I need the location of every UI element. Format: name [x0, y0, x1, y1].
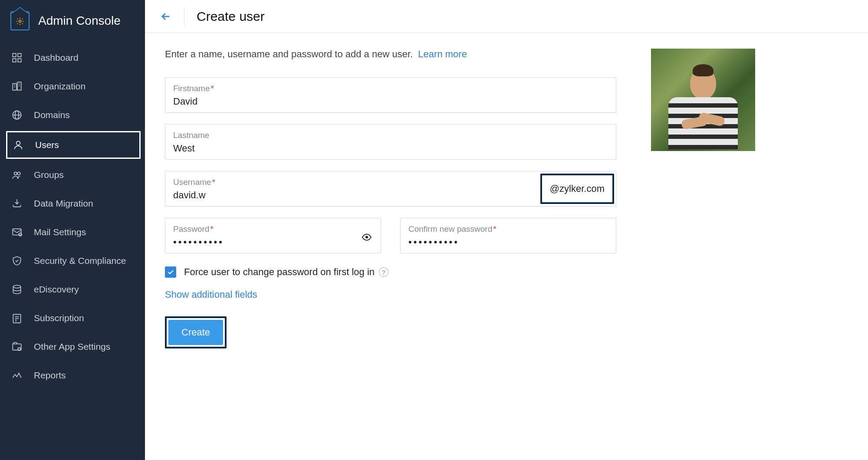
username-label: Username* [173, 177, 533, 187]
dashboard-icon [10, 51, 23, 64]
user-avatar[interactable] [651, 49, 755, 151]
create-button-highlight: Create [165, 316, 227, 348]
data-migration-icon [10, 197, 23, 210]
sidebar-item-label: Organization [34, 81, 85, 92]
sidebar-item-other-app-settings[interactable]: Other App Settings [0, 332, 145, 361]
sidebar-item-label: Domains [34, 110, 70, 120]
svg-rect-1 [13, 53, 16, 57]
show-additional-fields-link[interactable]: Show additional fields [165, 289, 257, 300]
sidebar-item-data-migration[interactable]: Data Migration [0, 189, 145, 218]
svg-rect-2 [18, 53, 21, 57]
svg-point-14 [16, 141, 20, 145]
confirm-password-label: Confirm new password* [408, 224, 608, 234]
lastname-field[interactable]: Lastname [165, 124, 616, 160]
topbar-divider [184, 7, 184, 26]
sidebar-item-label: Mail Settings [34, 227, 86, 237]
lastname-input[interactable] [173, 143, 608, 154]
sidebar-item-label: Dashboard [34, 53, 79, 63]
learn-more-link[interactable]: Learn more [418, 49, 467, 59]
page-title: Create user [197, 9, 265, 24]
ediscovery-icon [10, 283, 23, 296]
sidebar-item-organization[interactable]: Organization [0, 72, 145, 101]
topbar: Create user [145, 0, 868, 33]
lastname-label: Lastname [173, 131, 608, 140]
password-input[interactable]: •••••••••• [173, 237, 373, 248]
sidebar-item-ediscovery[interactable]: eDiscovery [0, 275, 145, 304]
required-marker: * [212, 177, 215, 187]
required-marker: * [210, 224, 213, 233]
firstname-input[interactable] [173, 96, 608, 107]
users-icon [12, 138, 25, 151]
firstname-field[interactable]: Firstname* [165, 77, 616, 113]
toggle-password-visibility-button[interactable] [362, 232, 372, 244]
password-field[interactable]: Password* •••••••••• [165, 218, 381, 253]
sidebar-item-label: Users [35, 140, 59, 150]
nav-list: Dashboard Organization Domains Users Gro… [0, 43, 145, 390]
sidebar-item-label: eDiscovery [34, 284, 79, 295]
sidebar-item-reports[interactable]: Reports [0, 361, 145, 390]
svg-rect-17 [13, 229, 21, 235]
sidebar-item-label: Other App Settings [34, 342, 110, 352]
sidebar-item-users[interactable]: Users [6, 131, 141, 159]
shield-icon [10, 254, 23, 267]
svg-text:$: $ [15, 319, 17, 322]
username-input[interactable] [173, 190, 533, 201]
sidebar-item-groups[interactable]: Groups [0, 161, 145, 189]
content-area: Enter a name, username and password to a… [145, 33, 868, 364]
groups-icon [10, 168, 23, 181]
svg-rect-3 [13, 59, 16, 62]
svg-point-19 [13, 285, 20, 288]
svg-point-15 [14, 172, 17, 175]
domains-icon [10, 108, 23, 122]
sidebar-item-subscription[interactable]: $ Subscription [0, 304, 145, 332]
password-row: Password* •••••••••• Confirm new passwor… [165, 218, 616, 253]
svg-point-26 [365, 236, 368, 239]
help-icon[interactable]: ? [379, 267, 388, 277]
mail-settings-icon [10, 226, 23, 239]
svg-point-16 [17, 172, 20, 175]
force-change-row: Force user to change password on first l… [165, 266, 616, 278]
svg-point-0 [19, 20, 21, 23]
sidebar-item-mail-settings[interactable]: Mail Settings [0, 218, 145, 246]
required-marker: * [210, 84, 214, 93]
required-marker: * [493, 224, 496, 233]
intro-message: Enter a name, username and password to a… [165, 49, 413, 59]
sidebar-item-label: Subscription [34, 313, 84, 323]
sidebar-item-label: Data Migration [34, 198, 93, 209]
confirm-password-field[interactable]: Confirm new password* •••••••••• [400, 218, 616, 253]
sidebar-item-security[interactable]: Security & Compliance [0, 246, 145, 275]
svg-rect-24 [13, 344, 21, 350]
app-title: Admin Console [38, 14, 121, 28]
sidebar-item-label: Security & Compliance [34, 256, 126, 266]
sidebar-item-label: Reports [34, 370, 66, 381]
force-change-checkbox[interactable] [165, 266, 176, 278]
password-label: Password* [173, 224, 373, 234]
back-button[interactable] [160, 10, 172, 23]
other-apps-icon [10, 340, 23, 353]
sidebar-header: Admin Console [0, 0, 145, 43]
username-field[interactable]: Username* @zylker.com [165, 171, 616, 207]
subscription-icon: $ [10, 312, 23, 325]
sidebar: Admin Console Dashboard Organization Dom… [0, 0, 145, 460]
sidebar-item-label: Groups [34, 170, 64, 180]
reports-icon [10, 369, 23, 382]
logo-icon [10, 11, 30, 30]
sidebar-item-domains[interactable]: Domains [0, 101, 145, 129]
organization-icon [10, 80, 23, 93]
firstname-label: Firstname* [173, 84, 608, 93]
avatar-column [616, 49, 755, 348]
form-column: Enter a name, username and password to a… [165, 49, 616, 348]
main-content: Create user Enter a name, username and p… [145, 0, 868, 460]
confirm-password-input[interactable]: •••••••••• [408, 237, 608, 248]
force-change-label: Force user to change password on first l… [184, 266, 375, 278]
intro-text: Enter a name, username and password to a… [165, 49, 616, 60]
svg-rect-4 [18, 59, 21, 62]
create-button[interactable]: Create [168, 320, 223, 345]
domain-selector[interactable]: @zylker.com [540, 174, 614, 204]
sidebar-item-dashboard[interactable]: Dashboard [0, 43, 145, 72]
